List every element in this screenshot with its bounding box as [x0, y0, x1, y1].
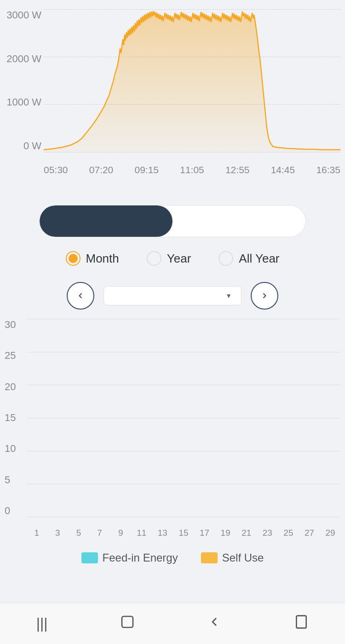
bar-x-label-7: 7 [90, 528, 110, 538]
bar-x-label-19: 19 [215, 528, 236, 538]
bar-plot-area [27, 319, 340, 517]
svg-rect-1 [297, 615, 306, 628]
bar-x-label-5: 5 [69, 528, 89, 538]
bar-x-labels: 1357911131517192123252729 [27, 519, 340, 544]
radio-label-all-year: All Year [239, 252, 279, 266]
bar-y-5: 5 [5, 474, 23, 486]
legend-label-feed-in: Feed-in Energy [103, 551, 178, 564]
bar-y-20: 20 [5, 381, 23, 393]
bar-x-label-23: 23 [258, 528, 278, 538]
bar-grid-0 [27, 517, 340, 517]
radio-month[interactable]: Month [66, 251, 119, 266]
radio-dot-month [69, 254, 78, 263]
bar-x-label-15: 15 [173, 528, 194, 538]
bar-x-label-13: 13 [153, 528, 173, 538]
y-label-2000: 2000 W [5, 53, 41, 65]
y-label-0: 0 W [5, 140, 41, 152]
next-date-button[interactable] [251, 282, 278, 310]
radio-section: Month Year All Year [0, 246, 345, 275]
radio-year[interactable]: Year [147, 251, 191, 266]
bar-x-label-25: 25 [278, 528, 299, 538]
bar-chart-wrapper: 30 25 20 15 10 5 0 135791113151719212325… [5, 319, 340, 544]
bar-x-label-3: 3 [48, 528, 68, 538]
bar-y-0: 0 [5, 505, 23, 517]
x-label-0720: 07:20 [89, 164, 114, 176]
legend-section: Feed-in Energy Self Use [0, 544, 345, 574]
toggle-pill [39, 205, 306, 237]
bar-x-label-17: 17 [195, 528, 215, 538]
line-chart-container: 3000 W 2000 W 1000 W 0 W [5, 9, 340, 180]
bar-x-label-27: 27 [299, 528, 320, 538]
x-label-1635: 16:35 [316, 164, 340, 176]
date-nav: ▼ [0, 275, 345, 319]
bar-chart-section: 30 25 20 15 10 5 0 135791113151719212325… [0, 319, 345, 544]
y-axis-labels: 3000 W 2000 W 1000 W 0 W [5, 9, 45, 152]
legend-swatch-feed-in [81, 552, 98, 563]
prev-date-button[interactable] [67, 282, 94, 310]
bar-y-25: 25 [5, 350, 23, 362]
grid-line-0 [44, 152, 340, 152]
x-label-0530: 05:30 [44, 164, 68, 176]
menu-icon[interactable]: ||| [36, 615, 48, 632]
radio-all-year[interactable]: All Year [218, 251, 279, 266]
bar-x-label-1: 1 [27, 528, 47, 538]
radio-label-year: Year [167, 252, 191, 266]
bar-x-label-29: 29 [320, 528, 340, 538]
x-label-1105: 11:05 [180, 164, 204, 176]
toggle-section [0, 193, 345, 246]
y-label-1000: 1000 W [5, 96, 41, 108]
consume-energy-toggle-button[interactable] [172, 205, 305, 237]
top-chart-area: 3000 W 2000 W 1000 W 0 W [0, 0, 345, 193]
dropdown-arrow-icon: ▼ [225, 292, 232, 299]
x-label-1255: 12:55 [225, 164, 250, 176]
home-icon[interactable] [120, 615, 135, 633]
tablet-icon[interactable] [294, 615, 309, 633]
bar-y-15: 15 [5, 412, 23, 424]
bar-y-30: 30 [5, 319, 23, 331]
radio-circle-year [147, 251, 161, 266]
legend-label-self-use: Self Use [222, 551, 264, 564]
legend-swatch-self-use [201, 552, 218, 563]
x-label-1445: 14:45 [271, 164, 295, 176]
chart-plot-area [44, 9, 340, 152]
bars-container [27, 319, 340, 517]
svg-rect-0 [122, 616, 133, 627]
bar-x-label-9: 9 [110, 528, 131, 538]
x-axis-labels: 05:30 07:20 09:15 11:05 12:55 14:45 16:3… [44, 157, 340, 180]
y-label-3000: 3000 W [5, 9, 41, 21]
radio-label-month: Month [86, 252, 119, 266]
x-label-0915: 09:15 [134, 164, 159, 176]
radio-circle-month [66, 251, 80, 266]
radio-circle-all-year [218, 251, 233, 266]
line-chart-svg [44, 9, 340, 152]
legend-feed-in: Feed-in Energy [81, 551, 178, 564]
bar-x-label-11: 11 [132, 528, 152, 538]
yield-toggle-button[interactable] [40, 205, 172, 237]
back-icon[interactable] [207, 615, 222, 633]
date-dropdown[interactable]: ▼ [104, 286, 242, 305]
bar-y-10: 10 [5, 443, 23, 455]
legend-self-use: Self Use [201, 551, 264, 564]
bottom-nav: ||| [0, 603, 345, 644]
bar-x-label-21: 21 [236, 528, 257, 538]
bar-y-labels: 30 25 20 15 10 5 0 [5, 319, 23, 517]
